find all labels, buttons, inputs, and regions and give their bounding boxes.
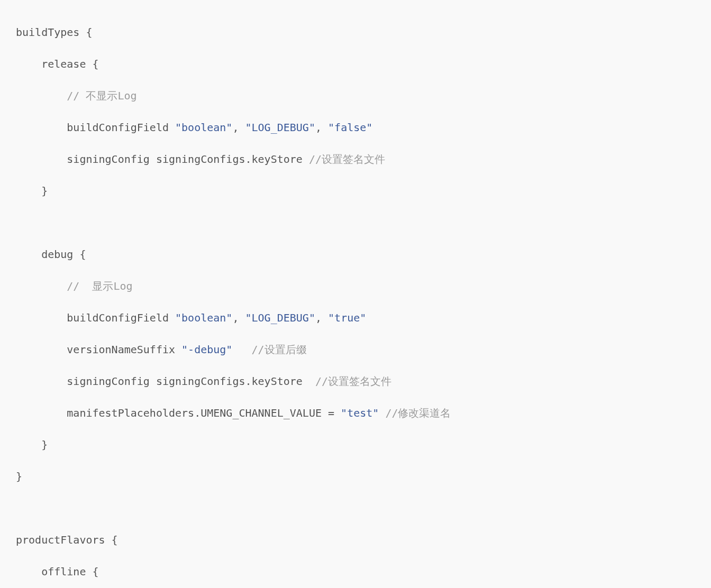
code-block: buildTypes { release { // 不显示Log buildCo… bbox=[0, 0, 711, 588]
code-line bbox=[0, 500, 711, 516]
code-line: } bbox=[0, 437, 711, 453]
code-line: signingConfig signingConfigs.keyStore //… bbox=[0, 373, 711, 389]
code-line: } bbox=[0, 183, 711, 199]
code-line: buildConfigField "boolean", "LOG_DEBUG",… bbox=[0, 310, 711, 326]
code-line: signingConfig signingConfigs.keyStore //… bbox=[0, 151, 711, 167]
code-line: // 显示Log bbox=[0, 278, 711, 294]
code-line: buildTypes { bbox=[0, 24, 711, 40]
code-line: manifestPlaceholders.UMENG_CHANNEL_VALUE… bbox=[0, 405, 711, 421]
code-line: versionNameSuffix "-debug" //设置后缀 bbox=[0, 342, 711, 357]
code-line: productFlavors { bbox=[0, 532, 711, 548]
code-line: release { bbox=[0, 56, 711, 72]
code-line: } bbox=[0, 468, 711, 484]
code-line: buildConfigField "boolean", "LOG_DEBUG",… bbox=[0, 120, 711, 135]
code-line: offline { bbox=[0, 564, 711, 580]
code-line: // 不显示Log bbox=[0, 88, 711, 104]
code-line bbox=[0, 215, 711, 231]
code-line: debug { bbox=[0, 246, 711, 262]
